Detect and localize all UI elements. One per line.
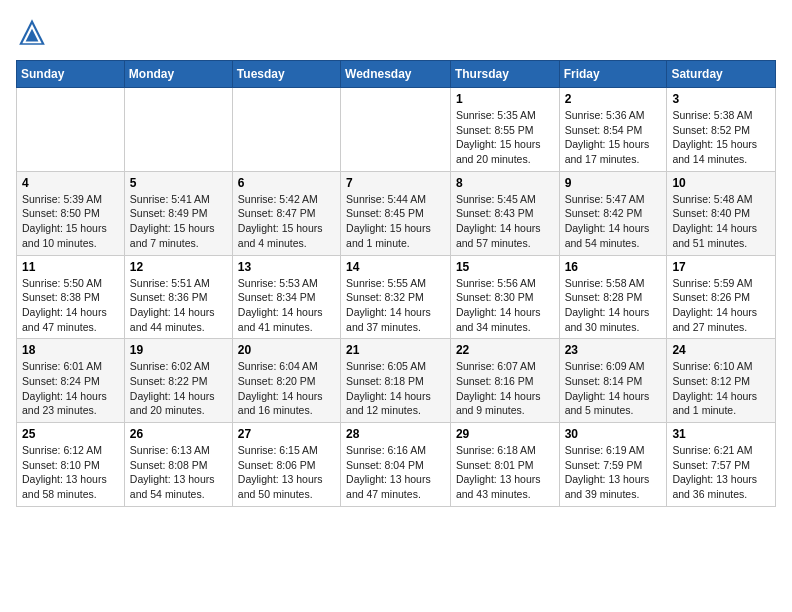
calendar-cell: 7Sunrise: 5:44 AMSunset: 8:45 PMDaylight…	[341, 171, 451, 255]
day-info: Sunrise: 6:05 AMSunset: 8:18 PMDaylight:…	[346, 359, 445, 418]
day-number: 8	[456, 176, 554, 190]
day-info: Sunrise: 6:07 AMSunset: 8:16 PMDaylight:…	[456, 359, 554, 418]
calendar-cell: 2Sunrise: 5:36 AMSunset: 8:54 PMDaylight…	[559, 88, 667, 172]
day-info: Sunrise: 5:42 AMSunset: 8:47 PMDaylight:…	[238, 192, 335, 251]
calendar-cell: 20Sunrise: 6:04 AMSunset: 8:20 PMDayligh…	[232, 339, 340, 423]
calendar-cell: 15Sunrise: 5:56 AMSunset: 8:30 PMDayligh…	[450, 255, 559, 339]
day-number: 12	[130, 260, 227, 274]
day-info: Sunrise: 6:04 AMSunset: 8:20 PMDaylight:…	[238, 359, 335, 418]
calendar-cell: 9Sunrise: 5:47 AMSunset: 8:42 PMDaylight…	[559, 171, 667, 255]
calendar-cell: 6Sunrise: 5:42 AMSunset: 8:47 PMDaylight…	[232, 171, 340, 255]
calendar-cell: 24Sunrise: 6:10 AMSunset: 8:12 PMDayligh…	[667, 339, 776, 423]
calendar-cell: 5Sunrise: 5:41 AMSunset: 8:49 PMDaylight…	[124, 171, 232, 255]
calendar-cell: 28Sunrise: 6:16 AMSunset: 8:04 PMDayligh…	[341, 423, 451, 507]
calendar-cell: 27Sunrise: 6:15 AMSunset: 8:06 PMDayligh…	[232, 423, 340, 507]
day-number: 28	[346, 427, 445, 441]
calendar-cell: 12Sunrise: 5:51 AMSunset: 8:36 PMDayligh…	[124, 255, 232, 339]
day-number: 6	[238, 176, 335, 190]
day-info: Sunrise: 6:16 AMSunset: 8:04 PMDaylight:…	[346, 443, 445, 502]
day-number: 20	[238, 343, 335, 357]
logo-icon	[16, 16, 48, 48]
day-info: Sunrise: 6:10 AMSunset: 8:12 PMDaylight:…	[672, 359, 770, 418]
day-number: 21	[346, 343, 445, 357]
calendar-cell: 11Sunrise: 5:50 AMSunset: 8:38 PMDayligh…	[17, 255, 125, 339]
day-number: 10	[672, 176, 770, 190]
calendar-cell: 29Sunrise: 6:18 AMSunset: 8:01 PMDayligh…	[450, 423, 559, 507]
calendar-cell: 30Sunrise: 6:19 AMSunset: 7:59 PMDayligh…	[559, 423, 667, 507]
calendar-cell	[17, 88, 125, 172]
calendar-cell: 19Sunrise: 6:02 AMSunset: 8:22 PMDayligh…	[124, 339, 232, 423]
day-number: 4	[22, 176, 119, 190]
day-info: Sunrise: 5:55 AMSunset: 8:32 PMDaylight:…	[346, 276, 445, 335]
day-info: Sunrise: 5:56 AMSunset: 8:30 PMDaylight:…	[456, 276, 554, 335]
calendar-cell: 13Sunrise: 5:53 AMSunset: 8:34 PMDayligh…	[232, 255, 340, 339]
day-info: Sunrise: 6:21 AMSunset: 7:57 PMDaylight:…	[672, 443, 770, 502]
day-number: 18	[22, 343, 119, 357]
day-info: Sunrise: 5:44 AMSunset: 8:45 PMDaylight:…	[346, 192, 445, 251]
day-number: 1	[456, 92, 554, 106]
day-info: Sunrise: 5:41 AMSunset: 8:49 PMDaylight:…	[130, 192, 227, 251]
day-number: 31	[672, 427, 770, 441]
calendar-cell: 25Sunrise: 6:12 AMSunset: 8:10 PMDayligh…	[17, 423, 125, 507]
day-info: Sunrise: 5:38 AMSunset: 8:52 PMDaylight:…	[672, 108, 770, 167]
day-info: Sunrise: 5:45 AMSunset: 8:43 PMDaylight:…	[456, 192, 554, 251]
calendar-header-monday: Monday	[124, 61, 232, 88]
day-info: Sunrise: 5:36 AMSunset: 8:54 PMDaylight:…	[565, 108, 662, 167]
calendar-cell: 14Sunrise: 5:55 AMSunset: 8:32 PMDayligh…	[341, 255, 451, 339]
day-number: 22	[456, 343, 554, 357]
day-number: 7	[346, 176, 445, 190]
calendar-header-thursday: Thursday	[450, 61, 559, 88]
calendar-week-1: 1Sunrise: 5:35 AMSunset: 8:55 PMDaylight…	[17, 88, 776, 172]
calendar-cell	[341, 88, 451, 172]
calendar-header-sunday: Sunday	[17, 61, 125, 88]
day-number: 19	[130, 343, 227, 357]
day-number: 30	[565, 427, 662, 441]
day-number: 11	[22, 260, 119, 274]
day-info: Sunrise: 6:12 AMSunset: 8:10 PMDaylight:…	[22, 443, 119, 502]
day-number: 15	[456, 260, 554, 274]
day-info: Sunrise: 6:15 AMSunset: 8:06 PMDaylight:…	[238, 443, 335, 502]
day-info: Sunrise: 6:13 AMSunset: 8:08 PMDaylight:…	[130, 443, 227, 502]
day-info: Sunrise: 5:58 AMSunset: 8:28 PMDaylight:…	[565, 276, 662, 335]
calendar-header-wednesday: Wednesday	[341, 61, 451, 88]
calendar-cell: 31Sunrise: 6:21 AMSunset: 7:57 PMDayligh…	[667, 423, 776, 507]
day-info: Sunrise: 5:47 AMSunset: 8:42 PMDaylight:…	[565, 192, 662, 251]
day-info: Sunrise: 6:01 AMSunset: 8:24 PMDaylight:…	[22, 359, 119, 418]
day-info: Sunrise: 5:53 AMSunset: 8:34 PMDaylight:…	[238, 276, 335, 335]
calendar-cell: 18Sunrise: 6:01 AMSunset: 8:24 PMDayligh…	[17, 339, 125, 423]
calendar-cell	[124, 88, 232, 172]
calendar-cell: 1Sunrise: 5:35 AMSunset: 8:55 PMDaylight…	[450, 88, 559, 172]
day-info: Sunrise: 6:09 AMSunset: 8:14 PMDaylight:…	[565, 359, 662, 418]
day-number: 27	[238, 427, 335, 441]
calendar-cell: 17Sunrise: 5:59 AMSunset: 8:26 PMDayligh…	[667, 255, 776, 339]
calendar-table: SundayMondayTuesdayWednesdayThursdayFrid…	[16, 60, 776, 507]
day-number: 9	[565, 176, 662, 190]
calendar-week-3: 11Sunrise: 5:50 AMSunset: 8:38 PMDayligh…	[17, 255, 776, 339]
calendar-week-4: 18Sunrise: 6:01 AMSunset: 8:24 PMDayligh…	[17, 339, 776, 423]
calendar-week-5: 25Sunrise: 6:12 AMSunset: 8:10 PMDayligh…	[17, 423, 776, 507]
calendar-cell: 21Sunrise: 6:05 AMSunset: 8:18 PMDayligh…	[341, 339, 451, 423]
day-number: 24	[672, 343, 770, 357]
calendar-cell: 26Sunrise: 6:13 AMSunset: 8:08 PMDayligh…	[124, 423, 232, 507]
calendar-header-tuesday: Tuesday	[232, 61, 340, 88]
calendar-week-2: 4Sunrise: 5:39 AMSunset: 8:50 PMDaylight…	[17, 171, 776, 255]
day-info: Sunrise: 6:02 AMSunset: 8:22 PMDaylight:…	[130, 359, 227, 418]
day-number: 2	[565, 92, 662, 106]
day-info: Sunrise: 5:51 AMSunset: 8:36 PMDaylight:…	[130, 276, 227, 335]
day-number: 14	[346, 260, 445, 274]
day-number: 23	[565, 343, 662, 357]
day-info: Sunrise: 5:35 AMSunset: 8:55 PMDaylight:…	[456, 108, 554, 167]
day-number: 16	[565, 260, 662, 274]
logo	[16, 16, 52, 48]
day-number: 26	[130, 427, 227, 441]
day-number: 3	[672, 92, 770, 106]
calendar-cell: 4Sunrise: 5:39 AMSunset: 8:50 PMDaylight…	[17, 171, 125, 255]
calendar-cell: 16Sunrise: 5:58 AMSunset: 8:28 PMDayligh…	[559, 255, 667, 339]
calendar-cell	[232, 88, 340, 172]
day-info: Sunrise: 6:19 AMSunset: 7:59 PMDaylight:…	[565, 443, 662, 502]
calendar-header-friday: Friday	[559, 61, 667, 88]
page-header	[16, 16, 776, 48]
calendar-cell: 23Sunrise: 6:09 AMSunset: 8:14 PMDayligh…	[559, 339, 667, 423]
day-number: 17	[672, 260, 770, 274]
day-info: Sunrise: 5:59 AMSunset: 8:26 PMDaylight:…	[672, 276, 770, 335]
